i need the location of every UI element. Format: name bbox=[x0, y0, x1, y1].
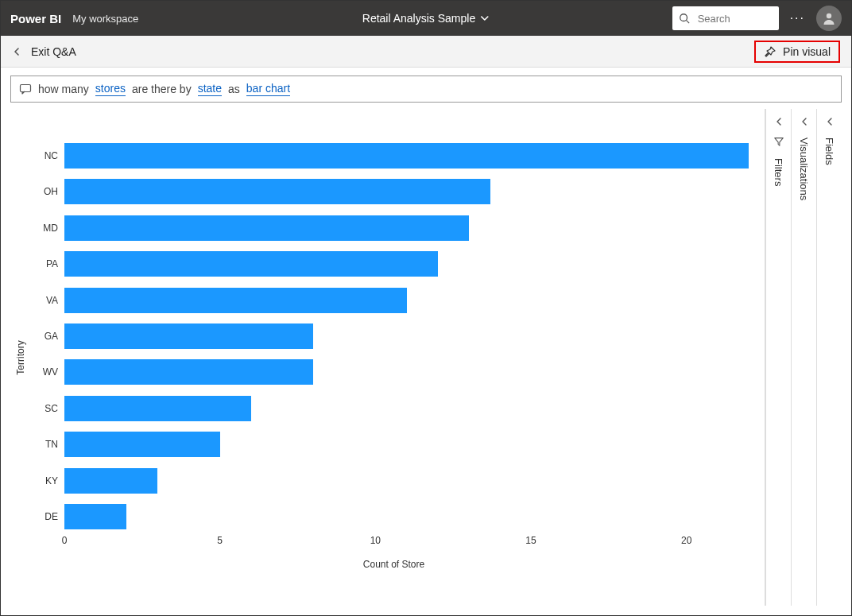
bar[interactable] bbox=[64, 468, 157, 494]
x-tick: 0 bbox=[62, 535, 68, 546]
category-label: KY bbox=[41, 475, 64, 486]
chevron-left-icon bbox=[825, 117, 835, 126]
x-tick: 5 bbox=[217, 535, 223, 546]
svg-rect-3 bbox=[21, 85, 31, 92]
query-token-highlight: bar chart bbox=[246, 82, 290, 96]
bar[interactable] bbox=[64, 396, 251, 421]
category-label: SC bbox=[41, 403, 64, 414]
brand-label: Power BI bbox=[10, 12, 61, 25]
bar[interactable] bbox=[64, 215, 469, 241]
category-label: VA bbox=[41, 295, 64, 306]
user-avatar[interactable] bbox=[816, 6, 842, 31]
svg-point-0 bbox=[680, 14, 687, 21]
bar[interactable] bbox=[64, 251, 438, 277]
bar[interactable] bbox=[64, 432, 220, 457]
category-label: NC bbox=[41, 150, 64, 161]
bar-row: WV bbox=[64, 359, 749, 385]
body: Territory NCOHMDPAVAGAWVSCTNKYDE 0510152… bbox=[10, 109, 842, 606]
category-label: GA bbox=[41, 331, 64, 342]
bar-row: OH bbox=[64, 179, 749, 204]
chevron-left-icon bbox=[774, 117, 784, 126]
category-label: PA bbox=[41, 258, 64, 269]
bar-row: DE bbox=[64, 504, 749, 529]
fields-pane-collapsed[interactable]: Fields bbox=[816, 109, 842, 606]
pin-visual-button[interactable]: Pin visual bbox=[754, 41, 840, 63]
search-icon bbox=[679, 13, 690, 24]
pin-icon bbox=[764, 45, 776, 58]
category-label: WV bbox=[41, 366, 64, 378]
query-token: as bbox=[228, 83, 240, 95]
query-token: are there by bbox=[132, 83, 192, 95]
bar[interactable] bbox=[64, 359, 313, 385]
chevron-down-icon bbox=[480, 14, 490, 23]
filters-pane-collapsed[interactable]: Filters bbox=[765, 109, 791, 606]
secondary-bar: Exit Q&A Pin visual bbox=[1, 36, 851, 68]
search-input[interactable] bbox=[696, 12, 768, 25]
more-options-button[interactable]: ··· bbox=[787, 11, 808, 25]
query-token-highlight: state bbox=[198, 82, 222, 96]
fields-pane-label: Fields bbox=[823, 138, 835, 165]
top-bar-right: ··· bbox=[672, 6, 842, 31]
query-token-highlight: stores bbox=[95, 82, 126, 96]
query-token: how many bbox=[38, 83, 89, 95]
svg-line-1 bbox=[686, 21, 689, 24]
bar-row: MD bbox=[64, 215, 749, 241]
x-tick: 15 bbox=[525, 535, 536, 546]
exit-qna-label: Exit Q&A bbox=[31, 45, 76, 58]
chat-icon bbox=[19, 83, 32, 95]
chart-area: Territory NCOHMDPAVAGAWVSCTNKYDE 0510152… bbox=[10, 109, 765, 606]
bar-row: TN bbox=[64, 432, 749, 457]
bar-row: GA bbox=[64, 323, 749, 349]
exit-qna-button[interactable]: Exit Q&A bbox=[12, 45, 76, 58]
chevron-left-icon bbox=[800, 117, 809, 126]
category-label: MD bbox=[41, 223, 64, 234]
pin-visual-label: Pin visual bbox=[783, 45, 831, 58]
workspace-link[interactable]: My workspace bbox=[72, 13, 138, 25]
bar[interactable] bbox=[64, 323, 313, 349]
bar[interactable] bbox=[64, 504, 126, 529]
bar-row: SC bbox=[64, 396, 749, 421]
category-label: OH bbox=[41, 186, 64, 197]
bar-row: NC bbox=[64, 143, 749, 169]
top-bar: Power BI My workspace Retail Analysis Sa… bbox=[1, 1, 851, 36]
bar[interactable] bbox=[64, 179, 490, 204]
x-tick: 20 bbox=[681, 535, 691, 546]
chevron-left-icon bbox=[12, 47, 21, 56]
visualizations-pane-collapsed[interactable]: Visualizations bbox=[791, 109, 816, 606]
category-label: TN bbox=[41, 439, 64, 450]
svg-point-2 bbox=[827, 14, 831, 18]
bar-row: PA bbox=[64, 251, 749, 277]
x-axis-label: Count of Store bbox=[39, 559, 749, 570]
x-tick: 10 bbox=[370, 535, 381, 546]
app-root: Power BI My workspace Retail Analysis Sa… bbox=[0, 0, 852, 616]
qna-query-input[interactable]: how many stores are there by state as ba… bbox=[10, 76, 842, 103]
filters-pane-label: Filters bbox=[773, 158, 784, 186]
bar[interactable] bbox=[64, 143, 749, 169]
y-axis-label: Territory bbox=[15, 340, 26, 374]
report-title-text: Retail Analysis Sample bbox=[362, 12, 475, 25]
bar-row: VA bbox=[64, 288, 749, 313]
filter-icon bbox=[773, 136, 784, 147]
bar[interactable] bbox=[64, 288, 407, 313]
bar-row: KY bbox=[64, 468, 749, 494]
report-title-dropdown[interactable]: Retail Analysis Sample bbox=[362, 12, 490, 25]
category-label: DE bbox=[41, 511, 64, 522]
chart-plot[interactable]: NCOHMDPAVAGAWVSCTNKYDE 05101520 bbox=[64, 126, 749, 556]
x-axis: 05101520 bbox=[64, 535, 749, 556]
search-box[interactable] bbox=[672, 6, 779, 30]
visualizations-pane-label: Visualizations bbox=[798, 138, 810, 200]
bars-container: NCOHMDPAVAGAWVSCTNKYDE bbox=[64, 138, 749, 535]
